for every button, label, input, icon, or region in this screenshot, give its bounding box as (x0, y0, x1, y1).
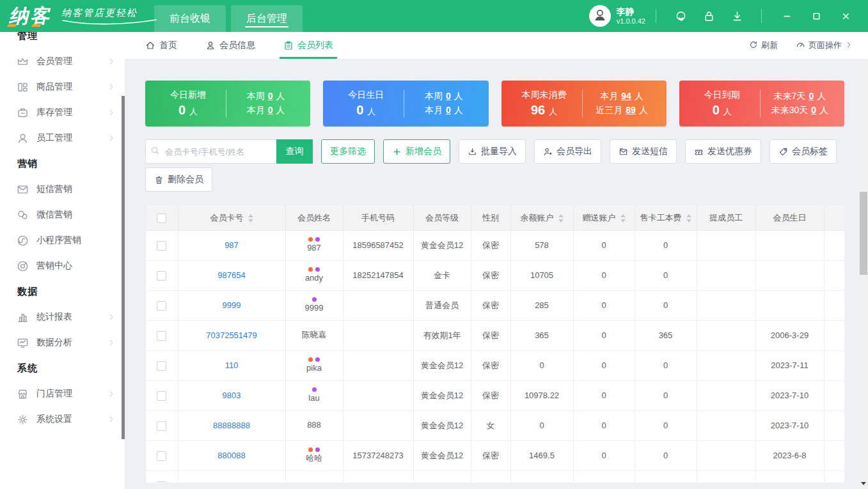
row-checkbox[interactable] (157, 241, 166, 251)
row-checkbox[interactable] (157, 271, 166, 281)
table-row: 70372551479陈晓嘉有效期1年保密36503652006-3-29 (146, 320, 844, 350)
sidebar-item-0-2[interactable]: 库存管理 (0, 100, 125, 125)
member-name: 陈晓嘉 (286, 330, 343, 340)
stat-detail-value-link[interactable]: 0 (446, 105, 451, 115)
sort-icon[interactable] (686, 214, 691, 222)
search-input[interactable] (145, 139, 276, 164)
main-scrollbar[interactable] (859, 59, 868, 489)
export-button[interactable]: 会员导出 (534, 139, 601, 164)
member-name: 哈哈 (286, 447, 343, 463)
coupon-icon (694, 147, 704, 157)
mail-icon (619, 147, 628, 157)
table-header-0[interactable] (146, 206, 178, 230)
filter-button[interactable]: 更多筛选 (321, 139, 375, 164)
search-button[interactable]: 查询 (276, 139, 313, 164)
close-button[interactable] (831, 0, 860, 32)
member-gender: 保密 (471, 320, 510, 350)
member-tag-dots (286, 237, 343, 242)
support-icon[interactable] (667, 0, 695, 32)
coupon-button[interactable]: 发送优惠券 (685, 139, 761, 164)
stat-detail-line: 本月0人 (247, 105, 285, 116)
sort-icon[interactable] (248, 214, 253, 222)
row-checkbox[interactable] (157, 421, 166, 431)
avatar[interactable] (589, 5, 611, 27)
download-icon[interactable] (723, 0, 751, 32)
stat-detail-value-link[interactable]: 0 (268, 105, 273, 115)
sidebar-item-1-1[interactable]: 微信营销 (0, 202, 125, 228)
sidebar-item-0-0[interactable]: 会员管理 (0, 49, 125, 74)
member-balance: 285 (510, 290, 573, 320)
nav-tab-0[interactable]: 前台收银 (154, 5, 226, 32)
stat-label: 今日新增 (150, 89, 226, 101)
maximize-button[interactable] (801, 0, 831, 32)
stat-detail-value-link[interactable]: 0 (809, 91, 814, 101)
member-card-link[interactable]: 110 (225, 361, 239, 370)
member-phone: 15737248273 (343, 440, 413, 470)
row-checkbox[interactable] (157, 301, 166, 311)
table-header-7[interactable]: 赠送账户 (573, 206, 635, 230)
stat-detail-value-link[interactable]: 89 (626, 105, 636, 115)
scroll-down-button[interactable] (859, 479, 868, 488)
sidebar-item-1-3[interactable]: 营销中心 (0, 253, 125, 279)
sidebar-item-3-1[interactable]: 系统设置 (0, 407, 125, 432)
table-header-8[interactable]: 售卡工本费 (635, 206, 697, 230)
sidebar-item-label: 小程序营销 (36, 235, 81, 246)
sort-icon[interactable] (620, 214, 626, 222)
row-checkbox[interactable] (157, 451, 166, 461)
member-card-link[interactable]: 987 (225, 240, 239, 250)
member-card-link[interactable]: 987654 (217, 270, 245, 280)
button-label: 批量导入 (481, 146, 517, 157)
search-icon (150, 146, 160, 158)
main-scrollbar-thumb[interactable] (860, 192, 867, 275)
row-checkbox[interactable] (157, 361, 166, 371)
chevron-right-icon (107, 313, 115, 321)
search-box (145, 139, 276, 164)
stat-detail-value-link[interactable]: 0 (446, 91, 451, 101)
nav-tab-1[interactable]: 后台管理 (231, 5, 303, 32)
sidebar-item-1-2[interactable]: 小程序营销 (0, 228, 125, 253)
import-icon (468, 147, 477, 157)
sort-icon[interactable] (558, 214, 564, 222)
sidebar-item-1-0[interactable]: 短信营销 (0, 176, 125, 202)
member-card-link[interactable]: 88888888 (213, 421, 250, 430)
member-card-link[interactable]: 880088 (217, 451, 245, 460)
stat-detail-value-link[interactable]: 0 (268, 91, 273, 101)
member-card-fee: 0 (635, 380, 697, 410)
stat-detail-value-link[interactable]: 94 (621, 91, 631, 101)
tag-dot-purple-icon (315, 447, 320, 452)
sidebar-item-2-0[interactable]: 统计报表 (0, 304, 125, 330)
sidebar-item-2-1[interactable]: 数据分析 (0, 330, 125, 355)
table-header-1[interactable]: 会员卡号 (178, 206, 285, 230)
tab-2[interactable]: 会员列表 (283, 32, 333, 59)
tag-button[interactable]: 会员标签 (769, 139, 837, 164)
lock-icon[interactable] (695, 0, 723, 32)
minimize-button[interactable] (772, 0, 801, 32)
stat-value: 0人 (328, 103, 404, 118)
member-card-link[interactable]: 9999 (223, 300, 241, 310)
trash-button[interactable]: 删除会员 (145, 167, 212, 192)
import-button[interactable]: 批量导入 (459, 139, 526, 164)
select-all-checkbox[interactable] (157, 213, 166, 223)
tab-1[interactable]: 会员信息 (205, 32, 255, 59)
mail-button[interactable]: 发送短信 (610, 139, 677, 164)
row-checkbox[interactable] (157, 331, 166, 341)
sidebar-item-3-0[interactable]: 门店管理 (0, 381, 125, 407)
sidebar-item-0-1[interactable]: 商品管理 (0, 74, 125, 100)
refresh-button[interactable]: 刷新 (749, 40, 778, 51)
table-header-6[interactable]: 余额账户 (510, 206, 573, 230)
miniapp-icon (17, 235, 29, 247)
row-checkbox[interactable] (157, 391, 166, 401)
member-tag-dots (286, 357, 343, 362)
member-card-link[interactable]: 9803 (223, 391, 241, 400)
member-birthday (755, 230, 824, 260)
stat-detail-value-link[interactable]: 0 (811, 105, 816, 115)
sidebar-item-0-3[interactable]: 员工管理 (0, 125, 125, 151)
tab-0[interactable]: 首页 (145, 32, 177, 59)
member-card-link[interactable]: 70372551479 (206, 330, 257, 340)
button-label: 新增会员 (406, 146, 441, 157)
row-checkbox[interactable] (157, 481, 166, 483)
sidebar-item-label: 统计报表 (36, 311, 72, 323)
member-table-wrap: 会员卡号会员姓名手机号码会员等级性别余额账户赠送账户售卡工本费提成员工会员生日9… (145, 206, 844, 483)
page-operations-button[interactable]: 页面操作 (796, 40, 853, 51)
plus-button[interactable]: 新增会员 (383, 139, 450, 164)
